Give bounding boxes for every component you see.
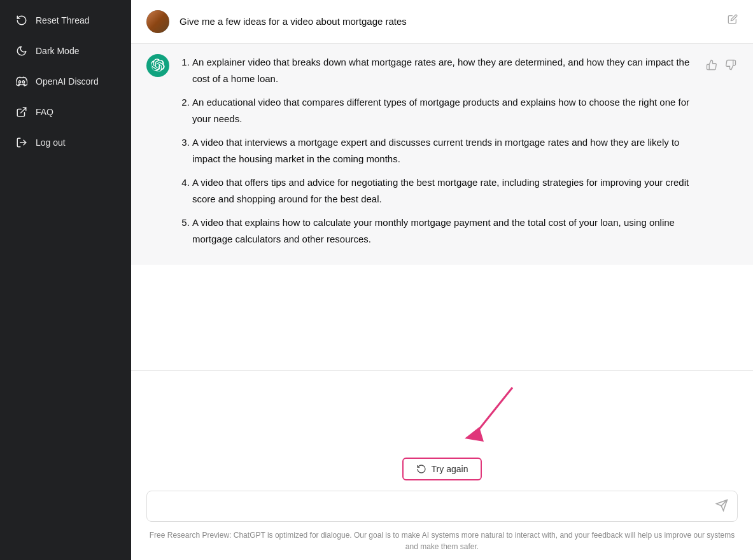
sidebar-item-faq[interactable]: FAQ	[5, 98, 126, 126]
chat-area: Give me a few ideas for a video about mo…	[131, 0, 753, 370]
reset-icon	[15, 14, 28, 27]
external-link-icon	[15, 106, 28, 118]
send-button[interactable]	[714, 498, 729, 515]
list-item: A video that explains how to calculate y…	[192, 214, 697, 247]
feedback-buttons	[705, 54, 738, 74]
ai-avatar	[146, 54, 169, 77]
input-row	[146, 491, 738, 522]
send-icon	[715, 499, 728, 512]
user-message-text: Give me a few ideas for a video about mo…	[179, 10, 720, 29]
user-avatar	[146, 10, 169, 33]
annotation-area	[146, 381, 738, 458]
footer-text: Free Research Preview: ChatGPT is optimi…	[146, 529, 738, 560]
sidebar-item-dark-mode[interactable]: Dark Mode	[5, 37, 126, 65]
sidebar-item-reset-thread[interactable]: Reset Thread	[5, 6, 126, 34]
ai-message-row: An explainer video that breaks down what…	[131, 44, 753, 265]
list-item: An explainer video that breaks down what…	[192, 54, 697, 87]
logout-icon	[15, 136, 28, 149]
ai-message-content: An explainer video that breaks down what…	[179, 54, 697, 255]
main-content: Give me a few ideas for a video about mo…	[131, 0, 753, 560]
ai-response-list: An explainer video that breaks down what…	[179, 54, 697, 247]
sidebar: Reset Thread Dark Mode OpenAI Discord FA…	[0, 0, 131, 560]
sidebar-item-discord[interactable]: OpenAI Discord	[5, 67, 126, 95]
thumbs-down-button[interactable]	[724, 58, 738, 74]
list-item: An educational video that compares diffe…	[192, 94, 697, 127]
discord-icon	[15, 75, 28, 88]
svg-marker-3	[465, 427, 484, 442]
bottom-area: Try again Free Research Preview: ChatGPT…	[131, 370, 753, 560]
user-message-row: Give me a few ideas for a video about mo…	[131, 0, 753, 44]
svg-line-0	[21, 108, 26, 113]
pink-arrow-annotation	[430, 381, 531, 451]
chat-input[interactable]	[155, 501, 714, 512]
list-item: A video that interviews a mortgage exper…	[192, 134, 697, 167]
list-item: A video that offers tips and advice for …	[192, 174, 697, 207]
try-again-button[interactable]: Try again	[402, 458, 482, 480]
avatar-image	[146, 10, 169, 33]
svg-line-2	[474, 388, 512, 435]
thumbs-up-button[interactable]	[705, 58, 719, 74]
sidebar-item-logout[interactable]: Log out	[5, 129, 126, 157]
moon-icon	[15, 45, 28, 57]
edit-message-button[interactable]	[728, 10, 738, 27]
refresh-icon	[416, 464, 426, 474]
